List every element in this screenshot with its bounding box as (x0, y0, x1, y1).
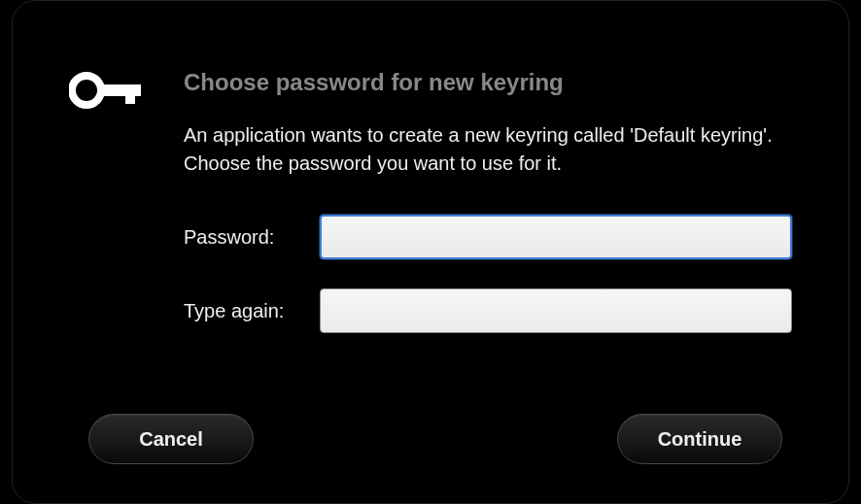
svg-rect-2 (125, 94, 135, 104)
password-row: Password: (184, 215, 792, 259)
dialog-body: Choose password for new keyring An appli… (69, 69, 792, 394)
key-icon (69, 98, 143, 115)
confirm-row: Type again: (184, 288, 792, 333)
password-input[interactable] (320, 215, 792, 259)
cancel-button[interactable]: Cancel (88, 414, 254, 464)
dialog-description: An application wants to create a new key… (184, 121, 792, 178)
dialog-icon-column (69, 69, 166, 394)
password-label: Password: (184, 226, 320, 249)
confirm-label: Type again: (184, 300, 320, 322)
dialog-button-row: Cancel Continue (69, 394, 792, 464)
dialog-content: Choose password for new keyring An appli… (166, 69, 792, 394)
continue-button[interactable]: Continue (617, 414, 782, 464)
keyring-password-dialog: Choose password for new keyring An appli… (12, 0, 849, 504)
dialog-heading: Choose password for new keyring (184, 69, 792, 96)
confirm-password-input[interactable] (320, 288, 792, 333)
svg-point-0 (72, 76, 101, 105)
